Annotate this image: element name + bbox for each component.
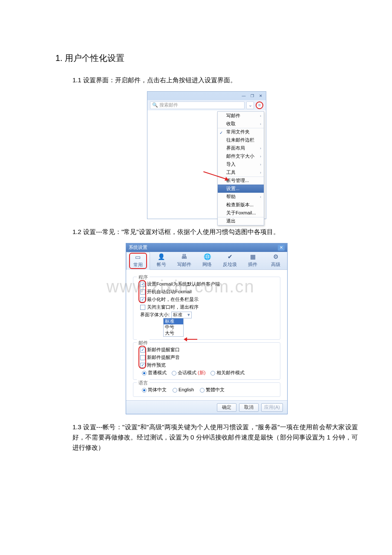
annotation-circle (138, 346, 146, 369)
radio (173, 388, 177, 393)
tab-icon: 🌐 (203, 253, 211, 260)
tab-反垃圾[interactable]: ✔反垃圾 (219, 252, 242, 269)
view-mode-row: 普通模式会话模式(新)相关邮件模式 (138, 369, 276, 377)
chevron-right-icon: › (260, 170, 261, 176)
minimize-icon[interactable]: — (240, 93, 247, 98)
radio-option[interactable]: 简体中文 (142, 386, 167, 394)
chevron-right-icon: › (260, 194, 261, 200)
tab-icon: 🖶 (180, 253, 188, 260)
font-option[interactable]: 大号 (164, 330, 183, 336)
radio-option[interactable]: 相关邮件模式 (210, 369, 245, 377)
annotation-arrow (184, 339, 197, 340)
tab-icon: ⚙ (272, 253, 280, 260)
menu-button[interactable]: ≡ (256, 101, 263, 109)
step-1-1: 1.1 设置界面：开启邮件，点击右上角按钮进入设置界面。 (72, 75, 358, 85)
checkbox-row: ✓最小化时，在任务栏显示 (138, 296, 276, 304)
step-1-2: 1.2 设置---常见："常见"设置对话框，依据个人使用习惯勾选图中各项目。 (72, 227, 358, 237)
restore-icon[interactable]: ❐ (249, 93, 256, 98)
radio-option[interactable]: 会话模式(新) (172, 369, 205, 377)
radio (142, 371, 147, 376)
checkbox-row: 新邮件提醒声音 (138, 354, 276, 361)
checkbox[interactable] (140, 305, 145, 310)
radio-option[interactable]: 普通模式 (142, 369, 167, 377)
menu-item[interactable]: 帮助› (218, 193, 264, 201)
dialog-title: 系统设置 (129, 244, 147, 251)
language-row: 简体中文English繁體中文 (138, 386, 276, 394)
tab-常用[interactable]: ▭常用 (126, 252, 150, 270)
annotation-circle (138, 280, 146, 303)
radio (210, 371, 215, 376)
search-input[interactable]: 🔍 搜索邮件 (150, 101, 245, 109)
menu-item[interactable]: 退出 (218, 217, 264, 225)
tab-高级[interactable]: ⚙高级 (264, 252, 287, 269)
tab-写邮件[interactable]: 🖶写邮件 (173, 252, 196, 269)
radio (172, 371, 176, 376)
section-heading: 1. 用户个性化设置 (55, 51, 358, 65)
radio-option[interactable]: English (173, 386, 194, 394)
dialog-close-icon[interactable]: ✕ (278, 245, 285, 251)
menu-item[interactable]: 界面布局› (218, 144, 264, 152)
menu-item[interactable]: 工具› (218, 168, 264, 176)
screenshot-mail-menu: — ❐ ✕ 🔍 搜索邮件 ⌄ ≡ 写邮件›收取›✓常用文件夹往来邮件边栏界面布局… (147, 91, 266, 219)
checkbox-row: ✓附件预览 (138, 361, 276, 369)
chevron-right-icon: › (260, 113, 261, 119)
search-icon: 🔍 (152, 101, 158, 109)
screenshot-settings-dialog: 系统设置 ✕ ▭常用👤帐号🖶写邮件🌐网络✔反垃圾▦插件⚙高级 程序 ✓设置Fox… (126, 243, 288, 414)
radio (142, 388, 147, 393)
apply-button[interactable]: 应用(A) (261, 403, 283, 412)
settings-tab-strip: ▭常用👤帐号🖶写邮件🌐网络✔反垃圾▦插件⚙高级 (126, 252, 287, 270)
menu-item[interactable]: 设置... (218, 185, 264, 193)
checkbox-row: 关闭主窗口时，退出程序 (138, 304, 276, 311)
checkbox-row: ✓新邮件提醒窗口 (138, 346, 276, 354)
checkbox-row: 开机自动启动Foxmail (138, 288, 276, 296)
check-icon: ✓ (219, 130, 223, 136)
menu-item[interactable]: 写邮件› (218, 112, 264, 120)
font-size-select[interactable]: 标准▾ (171, 312, 192, 318)
radio-option[interactable]: 繁體中文 (200, 386, 225, 394)
chevron-right-icon: › (260, 162, 261, 168)
font-size-dropdown[interactable]: 标准中号大号 (163, 318, 184, 337)
chevron-right-icon: › (260, 153, 261, 159)
menu-item[interactable]: 邮件文字大小› (218, 152, 264, 160)
collapse-button[interactable]: ⌄ (246, 101, 254, 109)
radio (200, 388, 205, 393)
settings-dropdown: 写邮件›收取›✓常用文件夹往来邮件边栏界面布局›邮件文字大小›导入›工具›帐号管… (217, 111, 264, 225)
menu-item[interactable]: 往来邮件边栏 (218, 136, 264, 144)
menu-item[interactable]: 导入› (218, 160, 264, 168)
checkbox-row: ✓设置Foxmail为系统默认邮件客户端 (138, 280, 276, 288)
cancel-button[interactable]: 取消 (239, 403, 259, 412)
group-language: 语言 (137, 379, 150, 387)
tab-插件[interactable]: ▦插件 (242, 252, 265, 269)
menu-item[interactable]: 关于Foxmail... (218, 209, 264, 217)
tab-icon: ▭ (134, 253, 142, 261)
ok-button[interactable]: 确定 (217, 403, 236, 412)
chevron-right-icon: › (260, 121, 261, 127)
tab-帐号[interactable]: 👤帐号 (150, 252, 173, 269)
menu-item[interactable]: 收取› (218, 120, 264, 128)
menu-item[interactable]: ✓常用文件夹 (218, 128, 264, 136)
close-icon[interactable]: ✕ (257, 93, 264, 98)
tab-icon: ▦ (249, 253, 257, 260)
tab-icon: ✔ (226, 253, 234, 260)
step-1-3: 1.3 设置---帐号："设置"和"高级"两项关键为个人使用习惯设置，"服务器"… (72, 422, 358, 453)
menu-item[interactable]: 检查新版本... (218, 201, 264, 209)
chevron-right-icon: › (260, 145, 261, 151)
tab-icon: 👤 (158, 253, 165, 260)
tab-网络[interactable]: 🌐网络 (196, 252, 219, 269)
